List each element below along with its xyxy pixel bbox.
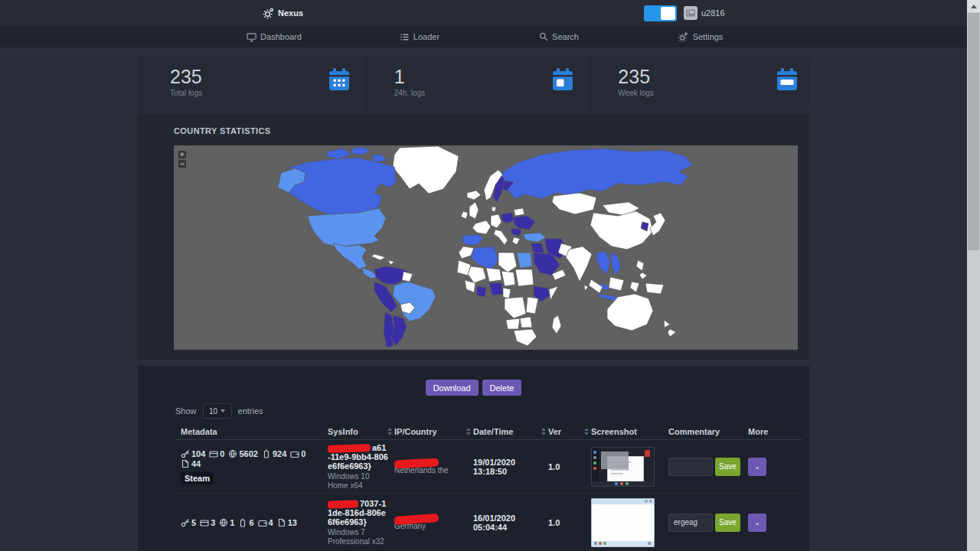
battery-icon — [262, 449, 271, 458]
page-size-select[interactable]: 10 — [203, 403, 232, 419]
col-ver[interactable]: Ver — [548, 427, 591, 436]
more-cell: - — [748, 514, 802, 532]
calendar-grid-icon — [328, 68, 351, 92]
wallet-icon — [290, 449, 299, 458]
col-metadata[interactable]: Metadata — [175, 427, 328, 436]
choropleth-map-svg — [174, 145, 798, 350]
datetime-cell: 16/01/2020 05:04:44 — [473, 514, 548, 532]
cards-count: 3 — [211, 518, 215, 527]
sort-icon — [584, 428, 590, 435]
entries-label: entries — [238, 406, 263, 416]
commentary-cell: Save — [668, 458, 748, 476]
more-cell: - — [748, 458, 802, 476]
commentary-cell: Save — [668, 514, 748, 532]
brand[interactable]: Nexus — [263, 0, 303, 26]
gears-icon — [678, 31, 689, 42]
passwords-count: 5 — [191, 518, 196, 527]
brand-label: Nexus — [278, 8, 303, 18]
monitor-icon — [247, 32, 256, 42]
scroll-up-button[interactable] — [967, 0, 980, 12]
delete-button[interactable]: Delete — [482, 380, 522, 396]
col-commentary[interactable]: Commentary — [668, 427, 748, 436]
save-button[interactable]: Save — [715, 514, 740, 532]
search-icon — [539, 32, 548, 41]
list-icon — [400, 32, 410, 42]
browser-scrollbar[interactable] — [967, 0, 980, 551]
more-button[interactable]: - — [748, 514, 766, 532]
battery-icon — [238, 518, 247, 527]
cookies-count: 5602 — [239, 449, 257, 458]
map-zoom-out-button[interactable]: − — [178, 160, 186, 168]
scrollbar-thumb[interactable] — [968, 13, 979, 250]
passwords-count: 104 — [191, 449, 205, 458]
file-icon — [277, 518, 286, 527]
nav-label: Search — [552, 32, 579, 41]
sort-icon — [541, 428, 547, 435]
wallets-count: 4 — [269, 518, 273, 527]
forms-count: 924 — [273, 449, 286, 458]
stat-card-total-logs: 235 Total logs — [138, 57, 361, 111]
logs-table: Metadata SysInfo IP/Country Date/Time Ve… — [175, 423, 802, 551]
nav-label: Loader — [413, 32, 439, 41]
metadata-cell: 104 0 5602 924 0 44 Steam — [175, 449, 328, 484]
country-statistics-title: COUNTRY STATISTICS — [174, 126, 271, 135]
credit-card-icon — [200, 518, 209, 527]
nav-item-dashboard[interactable]: Dashboard — [247, 26, 302, 47]
more-button[interactable]: - — [748, 458, 766, 476]
save-button[interactable]: Save — [715, 458, 740, 476]
arrow-up-icon — [971, 5, 977, 8]
nav-item-loader[interactable]: Loader — [400, 26, 439, 47]
wallets-count: 0 — [301, 449, 305, 458]
stat-card-24h-logs: 1 24h. logs — [361, 57, 586, 111]
download-button[interactable]: Download — [426, 380, 479, 396]
nav-label: Dashboard — [260, 32, 302, 41]
redacted-id — [328, 500, 358, 508]
username[interactable]: u2816 — [701, 0, 725, 26]
ip-country-cell: Netherlands the — [394, 459, 473, 474]
screenshot-cell — [591, 447, 668, 487]
file-icon — [181, 459, 190, 468]
top-bar: Nexus u2816 — [0, 0, 967, 26]
commentary-input[interactable] — [668, 514, 713, 532]
stats-row: 235 Total logs 1 24h. logs 235 Week logs — [138, 57, 809, 111]
world-map[interactable]: + − — [174, 145, 798, 350]
screenshot-thumbnail[interactable] — [591, 447, 655, 487]
redacted-id — [328, 444, 371, 453]
page-size-value: 10 — [209, 407, 217, 416]
nav-label: Settings — [693, 32, 724, 41]
stat-card-week-logs: 235 Week logs — [585, 57, 809, 111]
screenshot-thumbnail[interactable] — [591, 498, 655, 547]
col-sysinfo[interactable]: SysInfo — [328, 427, 394, 436]
theme-toggle[interactable] — [644, 5, 677, 21]
sysinfo-cell: a61-11e9-9bb4-806e6f6e6963} Windows 10 H… — [328, 443, 394, 490]
files-count: 44 — [191, 459, 201, 468]
col-ip-country[interactable]: IP/Country — [394, 427, 473, 436]
metadata-tag: Steam — [181, 472, 214, 484]
col-datetime[interactable]: Date/Time — [473, 427, 548, 436]
credit-card-icon — [209, 449, 218, 458]
table-actions: Download Delete — [138, 380, 809, 396]
commentary-input[interactable] — [668, 458, 713, 476]
datetime-cell: 19/01/2020 13:18:50 — [473, 458, 548, 476]
ver-cell: 1.0 — [548, 518, 591, 527]
col-screenshot[interactable]: Screenshot — [591, 427, 668, 436]
table-length-row: Show 10 entries — [175, 403, 263, 419]
files-count: 13 — [288, 518, 297, 527]
map-zoom-in-button[interactable]: + — [178, 151, 186, 158]
screenshot-cell — [591, 498, 668, 547]
toggle-handle — [661, 7, 675, 20]
sysinfo-os: Windows 10 Home x64 — [328, 472, 394, 490]
ver-cell: 1.0 — [548, 462, 591, 471]
key-icon — [181, 449, 190, 458]
nav-item-settings[interactable]: Settings — [678, 26, 724, 47]
avatar[interactable] — [684, 6, 697, 20]
col-more[interactable]: More — [748, 427, 802, 436]
table-header: Metadata SysInfo IP/Country Date/Time Ve… — [175, 423, 802, 440]
key-icon — [181, 518, 190, 527]
cookie-icon — [228, 449, 237, 458]
forms-count: 6 — [249, 518, 253, 527]
redacted-ip — [394, 458, 439, 468]
sort-icon — [466, 428, 472, 435]
nav-bar: Dashboard Loader Search Settings — [0, 26, 967, 47]
nav-item-search[interactable]: Search — [539, 26, 579, 47]
